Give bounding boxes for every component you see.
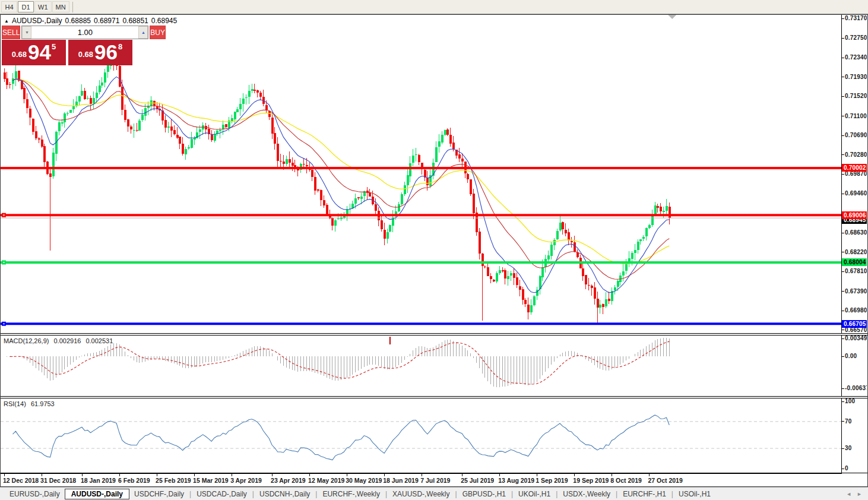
quote-symbol: AUDUSD-,Daily bbox=[12, 17, 62, 25]
tab-eurusd-daily[interactable]: EURUSD-,Daily bbox=[5, 489, 65, 499]
macd-pane: MACD(12,26,9) 0.002916 0.002531 0.003490… bbox=[1, 335, 867, 397]
price-axis[interactable]: 0.731700.727500.723400.719300.715200.711… bbox=[842, 15, 867, 333]
chart-tabs-bar: EURUSD-,DailyAUDUSD-,DailyUSDCHF-,Daily|… bbox=[0, 487, 868, 500]
price-tick-label: 0.69460 bbox=[845, 190, 867, 197]
time-axis-row: 12 Dec 201831 Dec 201818 Jan 20196 Feb 2… bbox=[1, 473, 867, 486]
macd-tick-label: -0.00637 bbox=[845, 385, 867, 391]
timeframe-button-mn[interactable]: MN bbox=[52, 1, 69, 12]
macd-value-main: 0.002916 bbox=[53, 337, 81, 344]
sell-price-prefix: 0.68 bbox=[12, 50, 27, 59]
chart-window: ▲ AUDUSD-,Daily 0.68885 0.68971 0.68851 … bbox=[0, 14, 868, 487]
price-tick-label: 0.66980 bbox=[845, 307, 867, 314]
rsi-line bbox=[13, 415, 670, 460]
tab-usdx-weekly[interactable]: USDX-,Weekly bbox=[558, 489, 615, 499]
price-tick-label: 0.73170 bbox=[845, 15, 867, 21]
collapse-panel-icon[interactable]: ▲ bbox=[4, 18, 9, 24]
buy-price-display[interactable]: 0.68 96 8 bbox=[68, 40, 132, 65]
timeframe-toolbar: H4D1W1MN bbox=[0, 0, 868, 14]
time-label: 19 Sep 2019 bbox=[573, 477, 609, 484]
chart-tabs: EURUSD-,DailyAUDUSD-,DailyUSDCHF-,Daily|… bbox=[5, 489, 715, 499]
macd-value-signal: 0.002531 bbox=[85, 337, 113, 344]
macd-signal-line bbox=[10, 341, 670, 384]
price-tick-label: 0.68220 bbox=[845, 249, 867, 255]
time-label: 25 Feb 2019 bbox=[156, 477, 191, 484]
tab-scroll-left-icon[interactable]: ◄ bbox=[846, 491, 851, 497]
level-price-label: 0.68004 bbox=[842, 258, 867, 266]
rsi-axis[interactable]: 10070300 bbox=[842, 398, 867, 473]
tab-ukoil-h1[interactable]: UKOil-,H1 bbox=[514, 489, 555, 499]
time-label: 12 Dec 2018 bbox=[3, 477, 39, 484]
sell-price-big: 94 bbox=[28, 40, 51, 64]
time-label: 31 Dec 2018 bbox=[40, 477, 76, 484]
ma-fast-line bbox=[13, 77, 670, 293]
volume-increase-icon[interactable]: ▲ bbox=[138, 26, 148, 39]
price-tick-label: 0.71100 bbox=[845, 113, 867, 119]
time-label: 27 Oct 2019 bbox=[648, 477, 682, 484]
macd-histogram bbox=[4, 338, 669, 387]
time-label: 13 Aug 2019 bbox=[498, 477, 534, 484]
volume-spinner: ▼ ▲ bbox=[21, 26, 148, 39]
time-label: 1 Sep 2019 bbox=[536, 477, 568, 484]
ma-slow-line bbox=[13, 80, 670, 264]
chart-shift-marker-icon[interactable] bbox=[668, 15, 676, 19]
tab-usdchf-daily[interactable]: USDCHF-,Daily bbox=[129, 489, 189, 499]
tab-gbpusd-h1[interactable]: GBPUSD-,H1 bbox=[458, 489, 511, 499]
timeframe-button-d1[interactable]: D1 bbox=[18, 1, 34, 12]
macd-label: MACD(12,26,9) 0.002916 0.002531 bbox=[4, 337, 116, 344]
sell-price-display[interactable]: 0.68 94 5 bbox=[2, 40, 66, 65]
quote-header: ▲ AUDUSD-,Daily 0.68885 0.68971 0.68851 … bbox=[4, 17, 180, 25]
rsi-pane: RSI(14) 61.9753 10070300 bbox=[1, 398, 867, 473]
buy-button[interactable]: BUY bbox=[150, 26, 166, 39]
time-label: 6 Feb 2019 bbox=[118, 477, 150, 484]
rsi-tick-label: 100 bbox=[845, 398, 855, 404]
time-label: 7 Jul 2019 bbox=[420, 477, 450, 484]
macd-name: MACD(12,26,9) bbox=[4, 337, 49, 344]
main-chart-plot[interactable]: ▲ AUDUSD-,Daily 0.68885 0.68971 0.68851 … bbox=[1, 15, 842, 333]
tab-usoil-h1[interactable]: USOil-,H1 bbox=[674, 489, 715, 499]
price-tick-label: 0.67810 bbox=[845, 268, 867, 274]
time-label: 18 Jan 2019 bbox=[81, 477, 116, 484]
rsi-tick-label: 70 bbox=[845, 418, 852, 425]
time-label: 25 Jul 2019 bbox=[461, 477, 494, 484]
level-price-label: 0.70002 bbox=[842, 164, 867, 172]
rsi-plot[interactable]: RSI(14) 61.9753 bbox=[1, 398, 842, 473]
volume-input[interactable] bbox=[31, 26, 138, 39]
time-axis[interactable]: 12 Dec 201831 Dec 201818 Jan 20196 Feb 2… bbox=[1, 473, 842, 486]
rsi-tick-label: 30 bbox=[845, 445, 852, 451]
time-label: 3 Apr 2019 bbox=[230, 477, 262, 484]
timeframe-button-w1[interactable]: W1 bbox=[34, 1, 52, 12]
time-label: 30 May 2019 bbox=[346, 477, 382, 484]
ma-mid-line bbox=[13, 80, 670, 280]
quote-open: 0.68885 bbox=[65, 17, 91, 25]
time-label: 15 Mar 2019 bbox=[193, 477, 229, 484]
level-price-label: 0.66705 bbox=[842, 320, 867, 328]
macd-tick-label: 0.00349 bbox=[845, 336, 867, 341]
buy-price-sup: 8 bbox=[118, 42, 122, 51]
timeframe-button-h4[interactable]: H4 bbox=[1, 1, 17, 12]
tab-eurchf-h1[interactable]: EURCHF-,H1 bbox=[618, 489, 671, 499]
level-price-label: 0.69006 bbox=[842, 211, 867, 219]
price-tick-label: 0.70690 bbox=[845, 132, 867, 138]
macd-axis[interactable]: 0.003490.00-0.00637 bbox=[842, 336, 867, 396]
sell-button[interactable]: SELL bbox=[2, 26, 20, 39]
time-label: 18 Jun 2019 bbox=[383, 477, 419, 484]
volume-decrease-icon[interactable]: ▼ bbox=[22, 26, 31, 39]
buy-price-prefix: 0.68 bbox=[78, 50, 93, 59]
quote-close: 0.68945 bbox=[151, 17, 177, 25]
time-label: 8 Oct 2019 bbox=[610, 477, 642, 484]
price-tick-label: 0.70280 bbox=[845, 151, 867, 158]
price-tick-label: 0.71930 bbox=[845, 74, 867, 80]
price-tick-label: 0.68630 bbox=[845, 229, 867, 236]
tab-usdcad-daily[interactable]: USDCAD-,Daily bbox=[192, 489, 252, 499]
main-chart-pane: ▲ AUDUSD-,Daily 0.68885 0.68971 0.68851 … bbox=[1, 15, 867, 334]
tab-usdcnh-daily[interactable]: USDCNH-,Daily bbox=[255, 489, 315, 499]
tab-audusd-daily[interactable]: AUDUSD-,Daily bbox=[65, 489, 129, 499]
quote-high: 0.68971 bbox=[94, 17, 119, 25]
tab-scroll-right-icon[interactable]: ► bbox=[857, 491, 862, 497]
one-click-trading-panel: SELL ▼ ▲ BUY 0.68 94 5 0.68 bbox=[2, 26, 132, 65]
tab-xauusd-weekly[interactable]: XAUUSD-,Weekly bbox=[388, 489, 454, 499]
tab-eurchf-weekly[interactable]: EURCHF-,Weekly bbox=[318, 489, 384, 499]
time-axis-corner bbox=[842, 473, 867, 486]
quote-low: 0.68851 bbox=[122, 17, 148, 25]
macd-plot[interactable]: MACD(12,26,9) 0.002916 0.002531 bbox=[1, 336, 842, 396]
